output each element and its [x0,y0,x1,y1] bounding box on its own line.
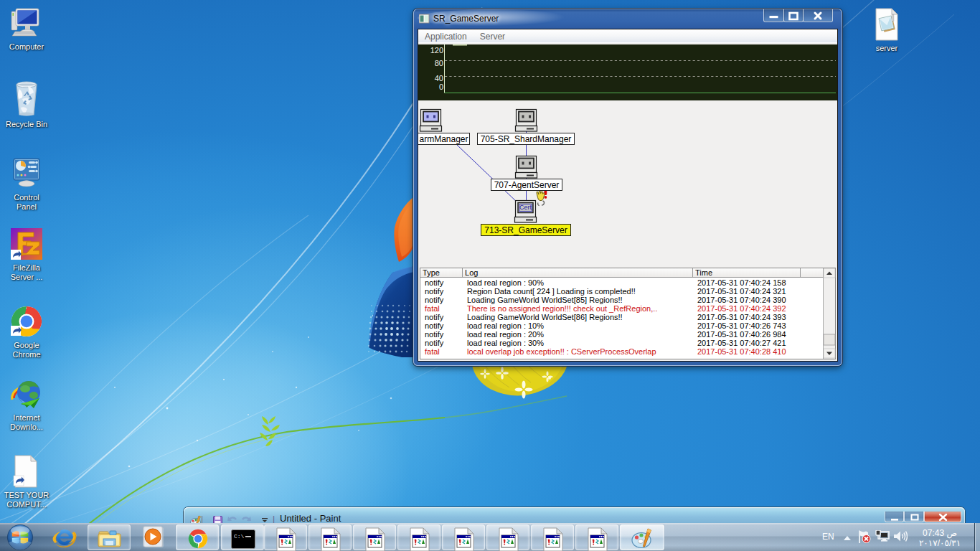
svg-text:40: 40 [435,74,443,83]
svg-text:C:\: C:\ [234,533,245,540]
svg-text:0: 0 [439,83,443,91]
svg-text:Cert: Cert [519,204,532,211]
svg-text:120: 120 [430,46,443,55]
svg-text:80: 80 [435,59,443,67]
